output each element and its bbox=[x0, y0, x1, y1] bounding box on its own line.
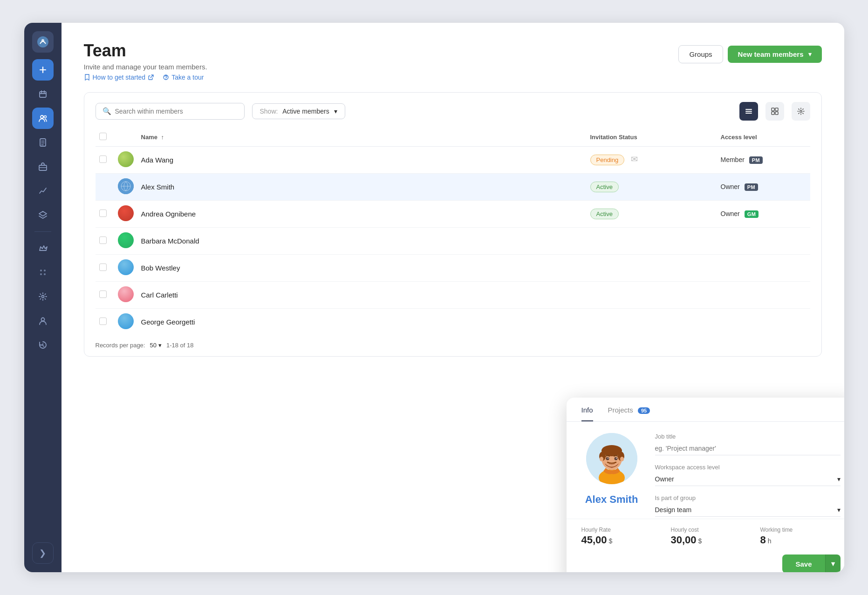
member-name: George Georgetti bbox=[141, 318, 195, 326]
sidebar-item-briefcase[interactable] bbox=[32, 156, 54, 177]
tab-projects[interactable]: Projects 95 bbox=[608, 398, 650, 421]
show-value: Active members bbox=[282, 108, 329, 115]
show-filter-dropdown[interactable]: Show: Active members ▾ bbox=[252, 103, 345, 119]
page-header-left: Team Invite and manage your team members… bbox=[84, 41, 207, 81]
working-time-unit: h bbox=[768, 537, 772, 545]
list-icon bbox=[745, 107, 753, 115]
grid-view-button[interactable] bbox=[765, 102, 784, 121]
detail-avatar-column: Alex Smith bbox=[581, 433, 642, 506]
list-view-button[interactable] bbox=[739, 102, 758, 121]
sidebar-item-settings[interactable] bbox=[32, 286, 54, 307]
status-badge: Active bbox=[590, 182, 619, 192]
working-time-label: Working time bbox=[760, 527, 841, 533]
sidebar-divider bbox=[34, 231, 51, 232]
new-members-label: New team members bbox=[738, 50, 804, 58]
svg-point-33 bbox=[620, 457, 624, 461]
access-label: Member bbox=[721, 156, 745, 163]
sidebar-item-calendar[interactable] bbox=[32, 83, 54, 105]
access-tag: PM bbox=[745, 183, 759, 191]
search-input[interactable] bbox=[115, 108, 238, 115]
workspace-access-label: Workspace access level bbox=[655, 464, 841, 471]
svg-point-37 bbox=[616, 458, 617, 459]
sidebar-item-crown[interactable] bbox=[32, 237, 54, 259]
svg-point-9 bbox=[40, 273, 42, 275]
group-label: Is part of group bbox=[655, 494, 841, 501]
email-icon[interactable]: ✉ bbox=[631, 155, 638, 164]
groups-button[interactable]: Groups bbox=[678, 45, 723, 63]
job-title-input[interactable] bbox=[655, 442, 841, 455]
member-avatar bbox=[118, 151, 134, 167]
new-team-members-button[interactable]: New team members ▾ bbox=[728, 46, 822, 63]
svg-point-1 bbox=[41, 39, 44, 42]
svg-point-7 bbox=[40, 270, 42, 271]
row-checkbox[interactable] bbox=[99, 237, 107, 244]
access-tag: GM bbox=[745, 210, 759, 218]
group-select-chevron: ▾ bbox=[837, 506, 841, 514]
how-to-link-text: How to get started bbox=[93, 74, 146, 81]
page-links: How to get started Take a tour bbox=[84, 74, 207, 81]
svg-point-35 bbox=[614, 457, 617, 460]
row-checkbox[interactable] bbox=[99, 318, 107, 325]
row-checkbox[interactable] bbox=[99, 264, 107, 271]
group-select[interactable]: Design team ▾ bbox=[655, 503, 841, 517]
sidebar-item-layers[interactable] bbox=[32, 204, 54, 226]
table-settings-button[interactable] bbox=[792, 102, 810, 121]
sidebar-item-add[interactable] bbox=[32, 59, 54, 81]
sidebar-item-history[interactable] bbox=[32, 334, 54, 356]
svg-point-3 bbox=[41, 115, 43, 118]
hourly-rate-metric: Hourly Rate 45,00 $ bbox=[581, 527, 662, 546]
access-label: Owner bbox=[721, 183, 740, 190]
bookmark-icon bbox=[84, 74, 90, 81]
table-footer: Records per page: 50 ▾ 1-18 of 18 bbox=[96, 342, 810, 349]
svg-rect-15 bbox=[745, 109, 752, 110]
sidebar-expand-button[interactable]: ❯ bbox=[32, 542, 54, 564]
page-header: Team Invite and manage your team members… bbox=[84, 41, 822, 81]
hourly-rate-value: 45,00 bbox=[581, 534, 607, 546]
col-access-level: Access level bbox=[717, 130, 810, 147]
member-name: Ada Wang bbox=[141, 156, 174, 164]
pagination-info: 1-18 of 18 bbox=[166, 342, 194, 349]
detail-member-name: Alex Smith bbox=[585, 494, 638, 506]
working-time-value: 8 bbox=[760, 534, 766, 546]
group-membership-group: Is part of group Design team ▾ bbox=[655, 494, 841, 517]
svg-rect-2 bbox=[40, 92, 46, 97]
sidebar-item-grid[interactable] bbox=[32, 262, 54, 283]
row-checkbox[interactable] bbox=[99, 291, 107, 298]
col-invitation-status: Invitation Status bbox=[587, 130, 717, 147]
settings-icon bbox=[797, 107, 805, 115]
detail-body: Alex Smith Job title Workspace access le… bbox=[567, 422, 844, 517]
svg-point-10 bbox=[44, 273, 46, 275]
sidebar-item-chart[interactable] bbox=[32, 180, 54, 202]
tab-info[interactable]: Info bbox=[581, 398, 593, 421]
select-all-checkbox[interactable] bbox=[99, 133, 107, 140]
detail-form: Job title Workspace access level Owner ▾… bbox=[655, 433, 841, 517]
row-checkbox[interactable] bbox=[99, 156, 107, 163]
save-button[interactable]: Save bbox=[782, 554, 825, 572]
sidebar-item-user[interactable] bbox=[32, 310, 54, 331]
take-a-tour-link[interactable]: Take a tour bbox=[163, 74, 204, 81]
svg-rect-17 bbox=[745, 113, 752, 114]
how-to-get-started-link[interactable]: How to get started bbox=[84, 74, 155, 81]
page-subtitle: Invite and manage your team members. bbox=[84, 63, 207, 71]
workspace-access-select[interactable]: Owner ▾ bbox=[655, 473, 841, 486]
save-chevron-button[interactable]: ▾ bbox=[825, 554, 841, 572]
app-logo[interactable] bbox=[32, 31, 54, 53]
member-name: Bob Westley bbox=[141, 264, 180, 272]
table-toolbar: 🔍 Show: Active members ▾ bbox=[96, 102, 810, 121]
hourly-cost-metric: Hourly cost 30,00 $ bbox=[671, 527, 751, 546]
table-row: Ada Wang Pending ✉ Member PM bbox=[96, 146, 810, 173]
member-name: Alex Smith bbox=[141, 183, 175, 191]
row-checkbox[interactable] bbox=[99, 210, 107, 217]
records-per-page[interactable]: 50 ▾ bbox=[150, 342, 161, 349]
access-label: Owner bbox=[721, 210, 740, 217]
sidebar-item-team[interactable] bbox=[32, 108, 54, 129]
detail-panel: Info Projects 95 bbox=[567, 398, 844, 572]
svg-point-34 bbox=[606, 457, 609, 460]
search-box[interactable]: 🔍 bbox=[96, 103, 245, 120]
detail-avatar bbox=[586, 433, 637, 484]
tour-link-text: Take a tour bbox=[171, 74, 204, 81]
svg-rect-16 bbox=[745, 111, 752, 112]
search-icon: 🔍 bbox=[103, 107, 111, 115]
svg-point-12 bbox=[41, 318, 44, 321]
sidebar-item-document[interactable] bbox=[32, 132, 54, 153]
